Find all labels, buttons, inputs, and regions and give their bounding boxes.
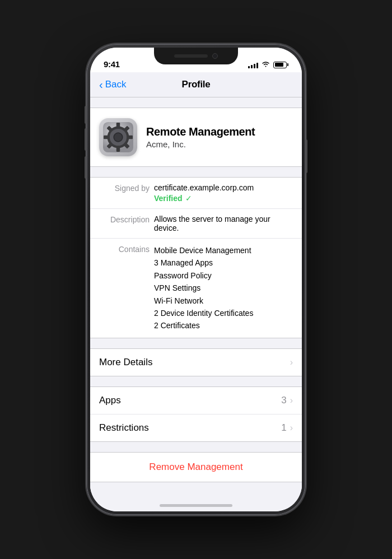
profile-app-name: Remote Management bbox=[146, 125, 255, 138]
apps-label: Apps bbox=[99, 395, 121, 406]
apps-badge: 3 bbox=[281, 395, 286, 406]
profile-organization: Acme, Inc. bbox=[146, 139, 255, 149]
power-button[interactable] bbox=[305, 139, 307, 173]
apps-row[interactable]: Apps 3 › bbox=[90, 387, 302, 414]
restrictions-chevron-icon: › bbox=[290, 423, 293, 433]
section-gap-1 bbox=[90, 97, 302, 108]
restrictions-right: 1 › bbox=[281, 422, 293, 434]
back-chevron-icon: ‹ bbox=[99, 79, 103, 90]
section-gap-3 bbox=[90, 338, 302, 348]
contains-item-1: 3 Managed Apps bbox=[154, 257, 293, 269]
status-time: 9:41 bbox=[104, 59, 120, 69]
verified-line: Verified ✓ bbox=[154, 194, 293, 203]
svg-point-12 bbox=[114, 133, 122, 141]
apps-restrictions-card: Apps 3 › Restrictions 1 › bbox=[90, 386, 302, 442]
signed-by-row: Signed by certificate.example.corp.com V… bbox=[90, 178, 302, 209]
section-gap-6 bbox=[90, 482, 302, 492]
svg-rect-3 bbox=[128, 136, 133, 139]
restrictions-badge: 1 bbox=[281, 422, 286, 434]
section-gap-5 bbox=[90, 442, 302, 452]
svg-rect-1 bbox=[116, 123, 120, 127]
apps-chevron-icon: › bbox=[290, 395, 293, 406]
nav-bar: ‹ Back Profile bbox=[90, 72, 302, 97]
phone-screen: 9:41 bbox=[90, 48, 302, 511]
notch bbox=[154, 48, 238, 64]
signed-by-value-container: certificate.example.corp.com Verified ✓ bbox=[154, 183, 293, 203]
more-details-right: › bbox=[290, 357, 293, 367]
profile-info: Remote Management Acme, Inc. bbox=[146, 125, 255, 149]
contains-list: Mobile Device Management 3 Managed Apps … bbox=[154, 244, 293, 332]
profile-header: Remote Management Acme, Inc. bbox=[90, 108, 302, 167]
contains-item-6: 2 Certificates bbox=[154, 319, 293, 332]
verified-text: Verified bbox=[154, 194, 183, 203]
back-label: Back bbox=[105, 79, 127, 90]
battery-icon bbox=[273, 62, 288, 68]
bar3 bbox=[254, 64, 255, 68]
phone-frame: 9:41 bbox=[87, 44, 305, 515]
apps-right: 3 › bbox=[281, 395, 293, 406]
restrictions-row[interactable]: Restrictions 1 › bbox=[90, 414, 302, 441]
more-details-card: More Details › bbox=[90, 348, 302, 376]
contains-label: Contains bbox=[99, 244, 150, 254]
restrictions-label: Restrictions bbox=[99, 422, 149, 434]
more-details-row[interactable]: More Details › bbox=[90, 349, 302, 376]
app-icon bbox=[99, 118, 137, 156]
screen-content: ‹ Back Profile bbox=[90, 72, 302, 511]
signal-bars-icon bbox=[248, 62, 258, 68]
contains-item-5: 2 Device Identity Certificates bbox=[154, 307, 293, 319]
svg-rect-2 bbox=[116, 147, 120, 152]
contains-item-4: Wi-Fi Network bbox=[154, 295, 293, 307]
mute-button[interactable] bbox=[85, 106, 87, 124]
signed-by-value: certificate.example.corp.com bbox=[154, 183, 293, 192]
signed-by-label: Signed by bbox=[99, 183, 150, 193]
remove-label: Remove Management bbox=[149, 462, 242, 473]
more-details-label: More Details bbox=[99, 357, 152, 368]
back-button[interactable]: ‹ Back bbox=[99, 79, 126, 90]
contains-row: Contains Mobile Device Management 3 Mana… bbox=[90, 239, 302, 338]
bar4 bbox=[256, 63, 258, 68]
section-gap-2 bbox=[90, 167, 302, 177]
nav-title: Profile bbox=[182, 79, 211, 90]
contains-item-0: Mobile Device Management bbox=[154, 244, 293, 257]
svg-rect-4 bbox=[104, 136, 108, 139]
remove-section[interactable]: Remove Management bbox=[90, 452, 302, 482]
speaker bbox=[174, 54, 208, 58]
volume-up-button[interactable] bbox=[85, 128, 87, 151]
section-gap-4 bbox=[90, 376, 302, 386]
front-camera bbox=[212, 53, 218, 59]
more-details-chevron-icon: › bbox=[290, 357, 293, 367]
contains-item-2: Password Policy bbox=[154, 269, 293, 282]
bar1 bbox=[248, 66, 250, 68]
home-indicator bbox=[160, 504, 232, 507]
description-label: Description bbox=[99, 215, 150, 224]
description-value: Allows the server to manage your device. bbox=[154, 215, 293, 232]
contains-item-3: VPN Settings bbox=[154, 282, 293, 294]
verified-check-icon: ✓ bbox=[185, 194, 192, 203]
status-icons bbox=[248, 60, 288, 69]
volume-down-button[interactable] bbox=[85, 156, 87, 179]
bar2 bbox=[251, 65, 253, 68]
description-row: Description Allows the server to manage … bbox=[90, 209, 302, 239]
details-card: Signed by certificate.example.corp.com V… bbox=[90, 177, 302, 338]
wifi-icon bbox=[262, 60, 270, 69]
